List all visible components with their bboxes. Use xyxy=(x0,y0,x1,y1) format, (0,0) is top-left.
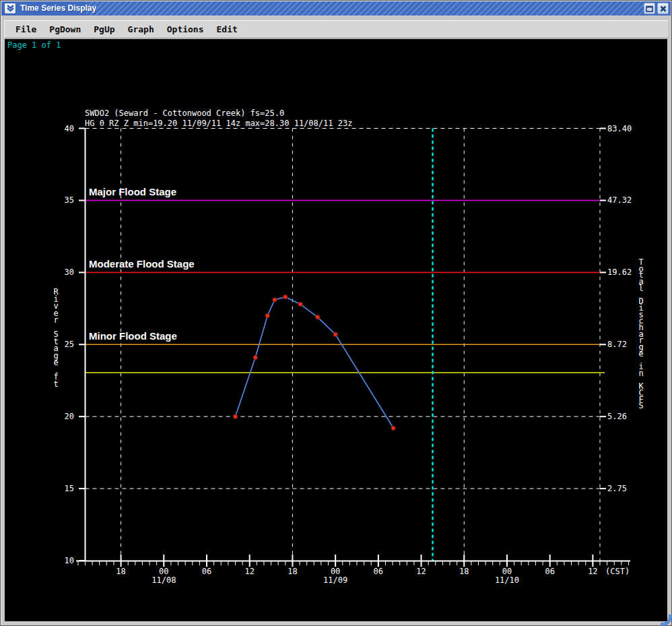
close-button[interactable] xyxy=(657,3,669,14)
major-flood-stage-label: Major Flood Stage xyxy=(89,186,176,197)
chart-svg[interactable]: SWDO2 (Seward - Cottonwood Creek) fs=25.… xyxy=(5,39,667,621)
svg-text:e: e xyxy=(638,349,643,358)
maximize-button[interactable] xyxy=(644,3,655,14)
svg-text:25: 25 xyxy=(65,340,74,349)
moderate-flood-stage-label: Moderate Flood Stage xyxy=(89,258,195,270)
menubar: FilePgDownPgUpGraphOptionsEdit xyxy=(4,20,668,38)
window-title: Time Series Display xyxy=(20,3,96,13)
svg-text:30: 30 xyxy=(65,268,74,277)
data-point xyxy=(391,426,395,430)
menu-item-pgdown[interactable]: PgDown xyxy=(49,24,81,34)
axis-title-left: RiverStageft xyxy=(53,287,59,389)
axis-title-right: TotalDischargeinKCFS xyxy=(638,257,644,410)
titlebar-stripes xyxy=(86,1,644,15)
svg-text:47.32: 47.32 xyxy=(607,195,632,205)
svg-text:00: 00 xyxy=(159,567,168,576)
menu-item-edit[interactable]: Edit xyxy=(217,24,238,34)
svg-text:18: 18 xyxy=(116,567,125,576)
date-label: 11/10 xyxy=(495,575,519,585)
x-axis-unit-label: (CST) xyxy=(605,567,630,576)
svg-text:S: S xyxy=(638,401,643,410)
data-point xyxy=(283,295,288,299)
svg-text:n: n xyxy=(638,369,643,378)
svg-text:83.40: 83.40 xyxy=(607,124,632,133)
chart-subtitle: HG 0 RZ Z min=19.20 11/09/11 14z max=28.… xyxy=(85,119,352,128)
svg-text:35: 35 xyxy=(65,195,74,205)
svg-text:8.72: 8.72 xyxy=(607,340,627,349)
data-point xyxy=(333,332,337,336)
svg-text:20: 20 xyxy=(65,412,74,421)
chart-render-root: Major Flood StageModerate Flood StageMin… xyxy=(53,124,644,586)
svg-text:12: 12 xyxy=(244,567,254,576)
data-point xyxy=(273,298,277,302)
svg-text:00: 00 xyxy=(331,567,340,576)
svg-text:12: 12 xyxy=(416,567,426,576)
svg-text:00: 00 xyxy=(502,567,512,576)
date-label: 11/09 xyxy=(323,575,347,585)
svg-text:2.75: 2.75 xyxy=(607,484,627,493)
menu-item-options[interactable]: Options xyxy=(167,24,204,34)
svg-text:06: 06 xyxy=(202,567,211,576)
chart-title: SWDO2 (Seward - Cottonwood Creek) fs=25.… xyxy=(85,108,284,118)
x-axis: 180011/080612180011/090612180011/100612(… xyxy=(78,555,630,585)
data-point xyxy=(253,355,257,359)
data-point xyxy=(298,302,302,306)
svg-text:18: 18 xyxy=(288,567,297,576)
svg-text:06: 06 xyxy=(374,567,383,576)
minor-flood-stage-label: Minor Flood Stage xyxy=(89,330,177,342)
window-menu-button[interactable] xyxy=(4,3,16,14)
titlebar[interactable]: Time Series Display xyxy=(1,1,671,15)
menu-item-graph[interactable]: Graph xyxy=(128,24,154,34)
svg-text:19.62: 19.62 xyxy=(607,268,632,277)
svg-text:18: 18 xyxy=(459,567,469,576)
data-point xyxy=(315,315,319,319)
data-point xyxy=(233,414,237,418)
svg-text:40: 40 xyxy=(65,124,74,133)
svg-text:12: 12 xyxy=(588,567,597,576)
svg-text:10: 10 xyxy=(65,556,74,565)
menu-item-pgup[interactable]: PgUp xyxy=(94,24,114,34)
svg-text:t: t xyxy=(53,379,58,389)
svg-text:5.26: 5.26 xyxy=(607,412,627,421)
y-axis-right: 83.4047.3219.628.725.262.75 xyxy=(600,124,632,494)
svg-text:l: l xyxy=(638,284,643,293)
time-series-display-window: Time Series Display FilePgDownPgUpGraphO… xyxy=(0,0,672,626)
river-stage-observed-line xyxy=(235,297,393,429)
menu-item-file[interactable]: File xyxy=(15,24,36,34)
y-axis-left: 40353025201510 xyxy=(65,124,86,566)
client-area: Page 1 of 1 SWDO2 (Seward - Cottonwood C… xyxy=(5,39,667,621)
svg-text:r: r xyxy=(53,315,58,325)
svg-text:e: e xyxy=(53,358,58,367)
svg-text:06: 06 xyxy=(545,567,554,576)
data-point xyxy=(265,313,269,317)
svg-text:15: 15 xyxy=(65,484,74,493)
maximize-icon xyxy=(646,5,653,12)
date-label: 11/08 xyxy=(152,575,176,585)
reference-lines: Major Flood StageModerate Flood StageMin… xyxy=(86,186,605,373)
close-icon xyxy=(660,5,667,12)
window-menu-chevron-icon xyxy=(6,5,15,12)
